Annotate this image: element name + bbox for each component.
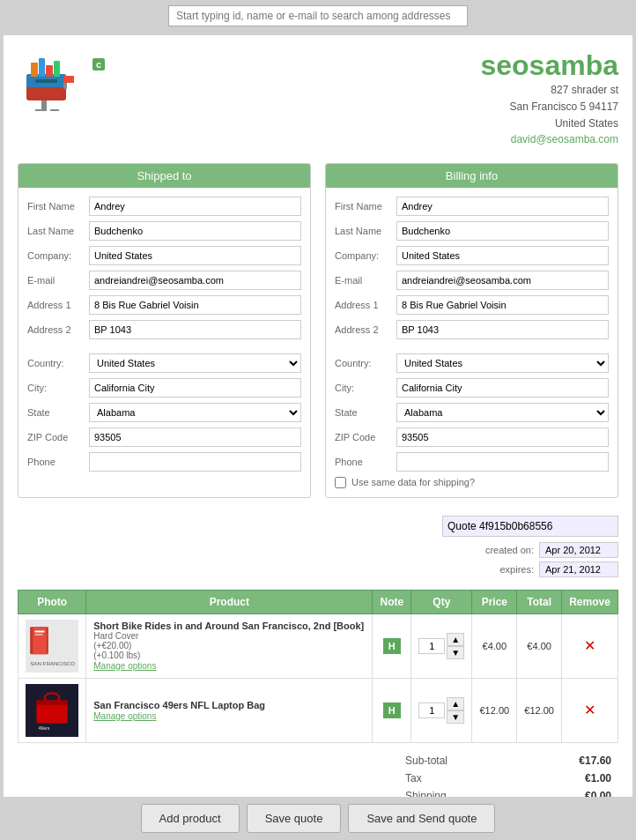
remove-button-1[interactable]: ✕ [569, 637, 610, 654]
qty-input-1[interactable] [418, 638, 445, 654]
shipped-email-input[interactable] [89, 271, 301, 290]
note-cell-1: H [373, 613, 411, 678]
billing-firstname-input[interactable] [396, 197, 609, 216]
total-cell-1: €4.00 [517, 613, 562, 678]
quote-created-label: created on: [485, 545, 534, 555]
billing-company-row: Company: [335, 246, 609, 265]
book-thumbnail-icon: SAN FRANCISCO [26, 620, 78, 673]
logo-area: c [18, 49, 123, 120]
search-bar-container [0, 0, 636, 32]
billing-lastname-input[interactable] [396, 221, 609, 241]
product-photo-cell-2: 49ers [18, 678, 86, 742]
add-product-button[interactable]: Add product [141, 804, 240, 833]
use-same-checkbox[interactable] [335, 477, 346, 488]
shipped-country-select[interactable]: United States [89, 353, 301, 373]
shipped-company-label: Company: [27, 250, 89, 261]
billing-lastname-label: Last Name [335, 226, 396, 236]
tax-value: €1.00 [585, 772, 611, 784]
shipped-zip-input[interactable] [89, 427, 301, 447]
svg-rect-8 [46, 65, 53, 77]
address-sections: Shipped to First Name Last Name Company:… [18, 163, 618, 498]
billing-address1-input[interactable] [396, 295, 609, 315]
footer-bar: Add product Save quote Save and Send quo… [0, 797, 636, 840]
billing-address2-input[interactable] [396, 320, 609, 339]
manage-options-link-2[interactable]: Manage options [93, 711, 156, 721]
billing-address2-label: Address 2 [335, 324, 396, 335]
save-quote-button[interactable]: Save quote [247, 804, 342, 833]
billing-zip-input[interactable] [396, 427, 609, 447]
billing-firstname-row: First Name [335, 197, 609, 216]
billing-country-row: Country: United States [335, 353, 609, 373]
billing-info-section: Billing info First Name Last Name Compan… [325, 163, 618, 498]
shipped-state-select[interactable]: Alabama [89, 403, 301, 422]
svg-rect-2 [35, 79, 57, 83]
note-button-1[interactable]: H [383, 638, 401, 654]
qty-down-2[interactable]: ▼ [447, 710, 464, 724]
table-header-row: Photo Product Note Qty Price Total Remov… [18, 590, 618, 613]
shipped-to-body: First Name Last Name Company: E-mail Add… [18, 188, 310, 486]
product-photo-cell: SAN FRANCISCO [18, 613, 86, 678]
billing-city-input[interactable] [396, 378, 609, 398]
svg-rect-15 [34, 630, 44, 632]
col-remove: Remove [562, 590, 618, 613]
shipped-city-label: City: [27, 383, 89, 393]
billing-email-row: E-mail [335, 271, 609, 290]
shipped-address2-input[interactable] [89, 320, 301, 339]
shipped-phone-label: Phone [27, 457, 89, 467]
note-button-2[interactable]: H [383, 702, 401, 718]
billing-email-input[interactable] [396, 271, 609, 290]
main-content: c seosamba 827 shrader st San Francisco … [4, 35, 632, 840]
mailbox-icon [18, 49, 88, 111]
billing-company-label: Company: [335, 250, 396, 261]
remove-button-2[interactable]: ✕ [569, 702, 610, 718]
qty-control-1: ▲ ▼ [418, 633, 464, 659]
use-same-label: Use same data for shipping? [351, 477, 475, 487]
shipped-country-label: Country: [27, 358, 89, 368]
billing-zip-label: ZIP Code [335, 432, 396, 442]
billing-info-body: First Name Last Name Company: E-mail Add… [326, 188, 618, 497]
qty-cell-1: ▲ ▼ [411, 613, 472, 678]
search-input[interactable] [168, 5, 468, 26]
header-address: 827 shrader st San Francisco 5 94117 Uni… [480, 82, 618, 133]
quote-created-row: created on: Apr 20, 2012 [485, 542, 618, 558]
shipped-lastname-row: Last Name [27, 221, 301, 241]
shipped-city-input[interactable] [89, 378, 301, 398]
use-same-row: Use same data for shipping? [335, 477, 609, 488]
qty-cell-2: ▲ ▼ [411, 678, 472, 742]
qty-down-1[interactable]: ▼ [447, 646, 464, 659]
billing-city-row: City: [335, 378, 609, 398]
manage-options-link-1[interactable]: Manage options [93, 661, 156, 671]
qty-up-2[interactable]: ▲ [447, 697, 464, 710]
subtotal-label: Sub-total [405, 755, 447, 767]
shipped-company-input[interactable] [89, 246, 301, 265]
product-weight-1: (+0.100 lbs) [93, 650, 365, 660]
billing-country-select[interactable]: United States [396, 353, 609, 373]
col-qty: Qty [411, 590, 472, 613]
remove-cell-2: ✕ [562, 678, 618, 742]
billing-city-label: City: [335, 383, 396, 393]
price-cell-2: €12.00 [472, 678, 517, 742]
shipped-firstname-input[interactable] [89, 197, 301, 216]
billing-state-select[interactable]: Alabama [396, 403, 609, 422]
product-type-1: Hard Cover [93, 631, 365, 641]
quote-id-input[interactable] [442, 516, 618, 537]
quote-created-value: Apr 20, 2012 [539, 542, 618, 558]
billing-company-input[interactable] [396, 246, 609, 265]
qty-input-2[interactable] [418, 702, 445, 718]
svg-rect-21 [36, 700, 67, 704]
product-name-1: Short Bike Rides in and Around San Franc… [93, 621, 365, 631]
brand-name: seosamba [480, 49, 618, 82]
shipped-firstname-row: First Name [27, 197, 301, 216]
qty-up-1[interactable]: ▲ [447, 633, 464, 646]
shipped-address1-input[interactable] [89, 295, 301, 315]
bag-thumbnail-icon: 49ers [26, 684, 78, 737]
shipped-lastname-label: Last Name [27, 226, 89, 236]
shipped-city-row: City: [27, 378, 301, 398]
billing-phone-input[interactable] [396, 452, 609, 472]
shipped-lastname-input[interactable] [89, 221, 301, 241]
shipped-phone-input[interactable] [89, 452, 301, 472]
quote-expires-label: expires: [499, 564, 534, 575]
save-and-send-button[interactable]: Save and Send quote [348, 804, 495, 833]
billing-info-header: Billing info [326, 164, 618, 188]
billing-state-row: State Alabama [335, 403, 609, 422]
